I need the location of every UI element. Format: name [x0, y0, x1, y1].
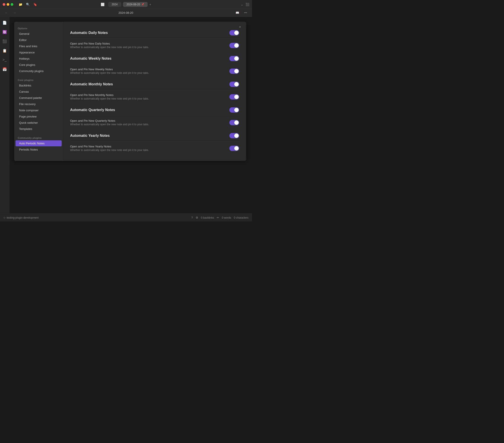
titlebar-right-controls: ⌄ ⬛	[241, 3, 249, 6]
settings-nav-hotkeys[interactable]: Hotkeys	[16, 56, 62, 62]
settings-nav-backlinks[interactable]: Backlinks	[16, 83, 62, 89]
settings-nav-auto-periodic-notes[interactable]: Auto Periodic Notes	[16, 140, 62, 146]
weekly-notes-pin-row: Open and Pin New Weekly Notes Whether to…	[70, 65, 239, 78]
yearly-notes-pin-toggle[interactable]	[229, 146, 239, 151]
sidebar-item-files[interactable]: 📄	[1, 19, 8, 26]
daily-notes-pin-row: Open and Pin New Daily Notes Whether to …	[70, 39, 239, 52]
yearly-notes-pin-label: Open and Pin New Yearly Notes	[70, 145, 149, 148]
daily-notes-toggle[interactable]	[229, 30, 239, 35]
yearly-notes-section: Automatic Yearly Notes Open and Pin New …	[70, 130, 239, 155]
tab-date-label: 2024-08-20	[126, 3, 140, 6]
statusbar-left: ◇ testing-plugin-development	[3, 216, 39, 219]
sidebar-item-notes[interactable]: 📋	[1, 47, 8, 54]
settings-nav-file-recovery[interactable]: File recovery	[16, 101, 62, 107]
close-button[interactable]	[3, 3, 5, 6]
settings-nav-core-plugins[interactable]: Core plugins	[16, 62, 62, 68]
backlinks-count: 0 backlinks	[201, 216, 214, 219]
edit-icon[interactable]: ✏	[217, 216, 219, 219]
more-options-icon[interactable]: •••	[243, 10, 249, 15]
sidebar-item-plugins[interactable]: ⬛	[1, 38, 8, 44]
yearly-notes-pin-desc: Whether to automatically open the new no…	[70, 149, 149, 152]
tab-2024[interactable]: 2024	[108, 2, 121, 7]
settings-nav-editor[interactable]: Editor	[16, 37, 62, 43]
statusbar-right: ? ⚙ 0 backlinks ✏ 0 words 0 characters	[191, 216, 249, 219]
community-section-label: Community plugins	[14, 135, 63, 140]
yearly-notes-pin-toggle-knob	[234, 146, 239, 151]
quarterly-notes-pin-toggle-knob	[234, 120, 239, 125]
subnav-title: 2024-08-20	[20, 11, 232, 14]
forward-button[interactable]: →	[12, 10, 17, 15]
quarterly-notes-pin-toggle[interactable]	[229, 120, 239, 125]
workspace-icon: ◇	[3, 216, 5, 219]
weekly-notes-toggle[interactable]	[229, 56, 239, 61]
layout-icon[interactable]: ⬛	[246, 3, 249, 6]
folder-icon[interactable]: 📁	[19, 3, 22, 6]
settings-nav-canvas[interactable]: Canvas	[16, 89, 62, 95]
settings-nav-note-composer[interactable]: Note composer	[16, 107, 62, 113]
close-settings-button[interactable]: ×	[237, 24, 243, 30]
quarterly-notes-toggle[interactable]	[229, 107, 239, 113]
monthly-notes-pin-desc: Whether to automatically open the new no…	[70, 97, 149, 100]
options-section-label: Options	[14, 25, 63, 31]
weekly-notes-pin-toggle[interactable]	[229, 69, 239, 74]
monthly-notes-toggle[interactable]	[229, 82, 239, 87]
subnav-right: 📖 •••	[234, 10, 249, 15]
daily-notes-pin-text: Open and Pin New Daily Notes Whether to …	[70, 42, 149, 49]
settings-nav-files-links[interactable]: Files and links	[16, 43, 62, 49]
quarterly-notes-pin-desc: Whether to automatically open the new no…	[70, 123, 149, 126]
traffic-lights	[3, 3, 13, 6]
monthly-notes-toggle-knob	[234, 82, 239, 87]
sidebar-item-graph[interactable]: ⚛️	[1, 29, 8, 35]
sidebar-toggle-icon[interactable]: ⬜	[101, 3, 105, 6]
weekly-notes-main-row: Automatic Weekly Notes	[70, 53, 239, 65]
yearly-notes-toggle-knob	[234, 133, 239, 138]
monthly-notes-pin-toggle-knob	[234, 95, 239, 99]
char-count: 0 characters	[234, 216, 249, 219]
core-section-label: Core plugins	[14, 77, 63, 82]
monthly-notes-pin-text: Open and Pin New Monthly Notes Whether t…	[70, 93, 149, 100]
weekly-notes-toggle-knob	[234, 56, 239, 61]
settings-nav-community-plugins[interactable]: Community plugins	[16, 68, 62, 74]
yearly-notes-heading: Automatic Yearly Notes	[70, 134, 109, 138]
settings-panel: Options General Editor Files and links A…	[14, 22, 246, 161]
minimize-button[interactable]	[7, 3, 9, 6]
maximize-button[interactable]	[11, 3, 13, 6]
help-icon[interactable]: ?	[191, 216, 193, 219]
settings-nav-command-palette[interactable]: Command palette	[16, 95, 62, 101]
monthly-notes-pin-toggle[interactable]	[229, 94, 239, 100]
settings-content: × Automatic Daily Notes Open and Pin New…	[63, 22, 246, 161]
settings-icon[interactable]: ⚙	[196, 216, 198, 219]
weekly-notes-pin-label: Open and Pin New Weekly Notes	[70, 68, 149, 71]
settings-nav-periodic-notes[interactable]: Periodic Notes	[16, 147, 62, 153]
yearly-notes-pin-text: Open and Pin New Yearly Notes Whether to…	[70, 145, 149, 152]
yearly-notes-pin-row: Open and Pin New Yearly Notes Whether to…	[70, 142, 239, 155]
weekly-notes-heading: Automatic Weekly Notes	[70, 56, 111, 61]
add-tab-icon[interactable]: +	[149, 3, 151, 6]
yearly-notes-toggle[interactable]	[229, 133, 239, 138]
titlebar-tabs: ⬜ 2024 2024-08-20 📌 +	[101, 2, 151, 7]
chevron-down-icon[interactable]: ⌄	[241, 3, 243, 6]
quarterly-notes-pin-label: Open and Pin New Quarterly Notes	[70, 119, 149, 122]
left-sidebar: 📄 ⚛️ ⬛ 📋 >_ 📅	[0, 17, 9, 213]
settings-nav-templates[interactable]: Templates	[16, 126, 62, 132]
workspace-name: testing-plugin-development	[7, 216, 39, 219]
quarterly-notes-heading: Automatic Quarterly Notes	[70, 108, 115, 112]
sidebar-item-terminal[interactable]: >_	[1, 57, 8, 63]
search-icon[interactable]: 🔍	[26, 3, 30, 6]
monthly-notes-heading: Automatic Monthly Notes	[70, 82, 113, 86]
tab-2024-08-20[interactable]: 2024-08-20 📌	[123, 2, 147, 7]
sidebar-item-calendar[interactable]: 📅	[1, 66, 8, 72]
settings-nav-general[interactable]: General	[16, 31, 62, 37]
weekly-notes-pin-desc: Whether to automatically open the new no…	[70, 71, 149, 74]
weekly-notes-section: Automatic Weekly Notes Open and Pin New …	[70, 53, 239, 78]
settings-nav-appearance[interactable]: Appearance	[16, 50, 62, 55]
back-button[interactable]: ←	[3, 10, 9, 15]
reading-view-icon[interactable]: 📖	[234, 10, 240, 15]
quarterly-notes-section: Automatic Quarterly Notes Open and Pin N…	[70, 104, 239, 129]
bookmark-icon[interactable]: 🔖	[33, 3, 37, 6]
daily-notes-pin-toggle[interactable]	[229, 43, 239, 48]
monthly-notes-pin-row: Open and Pin New Monthly Notes Whether t…	[70, 90, 239, 103]
tab-2024-label: 2024	[112, 3, 118, 6]
settings-nav-quick-switcher[interactable]: Quick switcher	[16, 120, 62, 126]
settings-nav-page-preview[interactable]: Page preview	[16, 113, 62, 120]
